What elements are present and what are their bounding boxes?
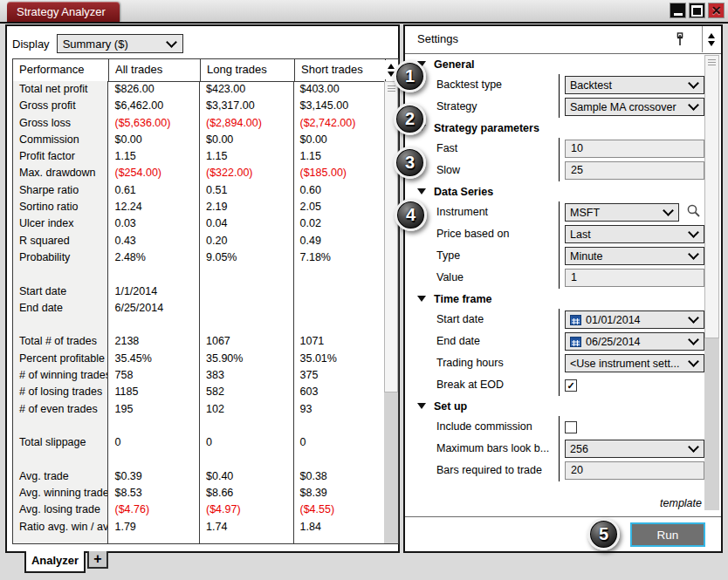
maximize-icon [691, 5, 703, 17]
display-dropdown[interactable]: Summary ($) [57, 34, 183, 53]
row-value: 758 [108, 367, 200, 384]
row-value [200, 266, 294, 283]
scroll-down-icon [708, 41, 715, 46]
close-button[interactable]: ✕ [708, 3, 725, 18]
run-button[interactable]: Run [630, 522, 705, 547]
row-value: 1.15 [108, 148, 200, 165]
trading-hours-dropdown[interactable]: <Use instrument sett... [565, 354, 704, 372]
row-value: ($4.76) [108, 502, 200, 518]
dropdown-value: 01/01/2014 [586, 314, 684, 326]
field-label: Start date [436, 309, 484, 331]
field-label: Trading hours [436, 352, 504, 374]
table-filler [13, 536, 108, 543]
row-value: $826.00 [108, 81, 200, 98]
slow-input[interactable]: 25 [565, 161, 704, 180]
add-tab-button[interactable]: + [87, 551, 108, 569]
table-scrollbar-track[interactable] [384, 81, 398, 543]
row-label: Ratio avg. win / avg. loss [13, 519, 108, 536]
section-header-time-frame[interactable]: Time frame [405, 289, 706, 309]
row-label: Gross loss [13, 115, 108, 132]
row-value [108, 266, 200, 283]
table-row: Total # of trades213810671071 [13, 333, 384, 350]
section-header-data-series[interactable]: Data Series [405, 181, 706, 201]
end-date-dropdown[interactable]: 06/25/2014 [565, 332, 704, 351]
row-value: $0.00 [200, 132, 294, 148]
column-header: Short trades [295, 59, 386, 81]
maximize-button[interactable] [689, 3, 705, 18]
instrument-search-button[interactable] [686, 203, 701, 222]
row-value: 0.61 [108, 182, 200, 199]
section-header-set-up[interactable]: Set up [405, 396, 706, 416]
row-value: ($4.97) [200, 502, 294, 518]
row-label: Sharpe ratio [13, 182, 108, 199]
table-row [13, 317, 384, 333]
row-value [294, 418, 385, 434]
start-date-dropdown[interactable]: 01/01/2014 [565, 310, 704, 329]
bars-required-to-trade-input[interactable]: 20 [565, 461, 704, 480]
strategy-dropdown[interactable]: Sample MA crossover [565, 98, 704, 116]
field-label: Value [436, 267, 464, 289]
pin-icon[interactable] [674, 32, 686, 48]
row-label: # of even trades [13, 401, 108, 418]
run-separator [405, 516, 721, 517]
row-value: ($4.55) [294, 502, 385, 518]
section-header-general[interactable]: General [405, 54, 706, 74]
collapse-triangle-icon [417, 296, 426, 302]
template-link[interactable]: template [660, 497, 702, 509]
include-commission-checkbox[interactable] [565, 421, 577, 433]
collapse-triangle-icon [417, 188, 426, 194]
settings-scrollbar-thumb[interactable] [704, 55, 719, 338]
dropdown-value: 06/25/2014 [586, 336, 684, 348]
row-value: $8.53 [108, 485, 200, 502]
instrument-dropdown[interactable]: MSFT [565, 203, 679, 222]
row-value: $0.00 [108, 132, 200, 148]
close-icon: ✕ [711, 4, 722, 17]
table-row: Max. drawdown($254.00)($322.00)($185.00) [13, 165, 384, 181]
row-value: 0 [200, 434, 294, 451]
row-value: ($5,636.00) [108, 115, 200, 132]
row-value: ($322.00) [200, 165, 294, 181]
table-row: Sharpe ratio0.610.510.60 [13, 182, 384, 199]
row-label: Start date [13, 283, 108, 300]
tab-analyzer[interactable]: Analyzer [24, 551, 86, 573]
maximum-bars-look-b-dropdown[interactable]: 256 [565, 440, 704, 458]
row-value: 35.01% [294, 351, 385, 367]
row-value [294, 300, 385, 317]
column-header: All trades [109, 59, 201, 81]
fast-input[interactable]: 10 [565, 140, 704, 158]
field-label: Fast [436, 138, 457, 160]
row-value: $0.00 [294, 132, 385, 148]
break-at-eod-checkbox[interactable]: ✓ [565, 379, 577, 392]
row-value: 12.24 [108, 199, 200, 215]
table-row [13, 266, 384, 283]
row-label [13, 266, 108, 283]
table-scrollbar[interactable] [384, 59, 398, 543]
settings-panel: Settings GeneralBacktest typeBacktestStr… [403, 24, 723, 553]
row-label: Max. drawdown [13, 165, 108, 181]
table-row: Total slippage000 [13, 434, 384, 451]
section-title: General [434, 58, 475, 71]
row-value: 93 [294, 401, 385, 418]
settings-row: Slow25 [405, 160, 706, 181]
section-header-strategy-parameters[interactable]: Strategy parameters [405, 118, 706, 138]
backtest-type-dropdown[interactable]: Backtest [565, 76, 704, 94]
row-value [294, 266, 385, 283]
row-value: $0.39 [108, 468, 200, 485]
settings-row: End date06/25/2014 [405, 331, 706, 352]
settings-scrollbar-track[interactable] [704, 338, 719, 510]
type-dropdown[interactable]: Minute [565, 247, 704, 265]
table-row: Ulcer index0.030.040.02 [13, 215, 384, 232]
value-input[interactable]: 1 [565, 269, 704, 287]
row-label: Commission [13, 132, 108, 148]
minimize-button[interactable] [670, 3, 686, 18]
row-label: Gross profit [13, 98, 108, 114]
scrollbar-grip-icon [388, 85, 395, 93]
row-value: 102 [200, 401, 294, 418]
chevron-down-icon [166, 37, 177, 48]
settings-row: Start date01/01/2014 [405, 309, 706, 331]
price-based-on-dropdown[interactable]: Last [565, 225, 704, 243]
settings-scrollbar[interactable] [704, 55, 719, 510]
settings-scroll-spinner[interactable] [704, 28, 719, 51]
table-row: Percent profitable35.45%35.90%35.01% [13, 351, 384, 367]
row-value: $3,317.00 [200, 98, 294, 114]
